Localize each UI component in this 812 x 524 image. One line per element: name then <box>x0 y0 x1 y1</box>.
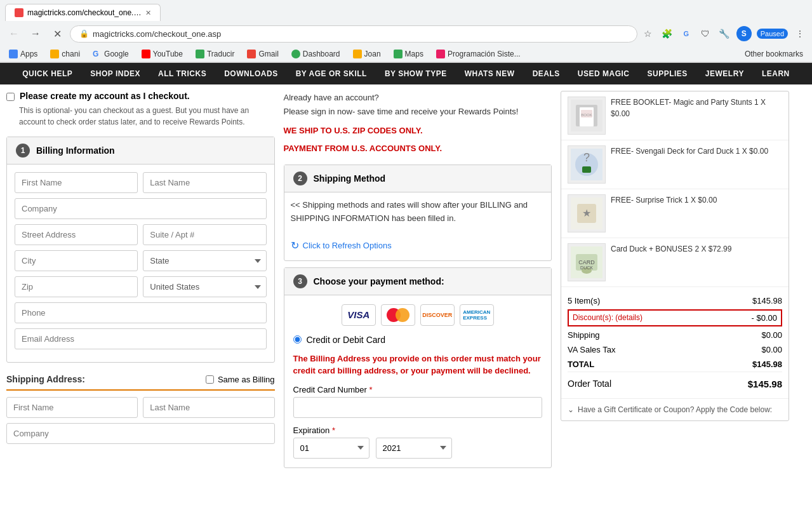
lock-icon: 🔒 <box>79 29 89 38</box>
state-select[interactable]: State ALAKAZCA COFLGANY TXVA <box>143 250 266 271</box>
email-input[interactable] <box>15 328 267 349</box>
nav-jewelry[interactable]: Jewelry <box>696 63 753 84</box>
billing-section-header: 1 Billing Information <box>7 137 274 165</box>
item1-image: BOOK <box>571 100 602 131</box>
last-name-input[interactable] <box>143 172 266 193</box>
active-tab[interactable]: magictricks.com/checkout_one.asp ✕ <box>5 4 161 21</box>
order-item-img-2: ? <box>568 145 606 184</box>
nav-by-age[interactable]: By Age or Skill <box>287 63 376 84</box>
left-column: Please create my account as I checkout. … <box>6 91 275 474</box>
suite-input[interactable] <box>143 224 266 245</box>
create-account-row: Please create my account as I checkout. <box>6 91 275 101</box>
order-item-text-3: FREE- Surprise Trick 1 X $0.00 <box>611 194 717 206</box>
street-address-input[interactable] <box>15 224 138 245</box>
bookmark-maps[interactable]: Maps <box>391 48 426 60</box>
bookmark-joan[interactable]: Joan <box>350 48 383 60</box>
gift-toggle-btn[interactable]: ⌄ Have a Gift Certificate or Coupon? App… <box>568 405 782 414</box>
shipping-address-title: Shipping Address: <box>6 374 85 384</box>
ext2-icon[interactable]: 🛡 <box>698 27 712 41</box>
site-nav: Quick Help Shop Index All Tricks Downloa… <box>0 63 812 84</box>
mastercard-logo <box>381 304 415 326</box>
extensions-icon[interactable]: 🧩 <box>660 27 674 41</box>
signin-line2: Please sign in now- save time and receiv… <box>284 105 552 119</box>
forward-button[interactable]: → <box>27 25 44 43</box>
bookmark-translate[interactable]: Traducir <box>193 48 237 60</box>
nav-quick-help[interactable]: Quick Help <box>13 63 81 84</box>
nav-shop-index[interactable]: Shop Index <box>81 63 149 84</box>
bookmark-programacion[interactable]: Programación Siste... <box>434 48 523 60</box>
shipping-first-name-input[interactable] <box>6 397 138 418</box>
shipping-company-input[interactable] <box>6 423 275 444</box>
address-bar[interactable]: 🔒 magictricks.com/checkout_one.asp <box>70 25 637 43</box>
nav-downloads[interactable]: Downloads <box>215 63 287 84</box>
payment-body: VISA DISCOVER AMERICANEXPRESS <box>284 295 552 467</box>
bookmarks-bar: Apps chani G Google YouTube Traducir Gma… <box>0 46 812 62</box>
shipping-method-section: 2 Shipping Method << Shipping methods an… <box>284 165 552 261</box>
address-text: magictricks.com/checkout_one.asp <box>93 29 628 39</box>
reload-button[interactable]: ✕ <box>48 25 66 43</box>
same-as-billing-text: Same as Billing <box>218 375 275 384</box>
ext1-icon[interactable]: G <box>679 27 693 41</box>
nav-deals[interactable]: Deals <box>524 63 569 84</box>
same-as-billing-checkbox[interactable] <box>206 375 214 384</box>
mc-circles <box>387 308 409 322</box>
total-value: $145.98 <box>752 359 782 369</box>
star-icon[interactable]: ☆ <box>641 27 655 41</box>
nav-learn[interactable]: Learn <box>753 63 799 84</box>
nav-supplies[interactable]: Supplies <box>638 63 696 84</box>
ext3-icon[interactable]: 🔧 <box>717 27 731 41</box>
expiry-year-select[interactable]: 20212022202320242025 <box>376 438 452 459</box>
order-item-3: ★ FREE- Surprise Trick 1 X $0.00 <box>561 189 789 238</box>
nav-whats-new[interactable]: Whats New <box>456 63 524 84</box>
price-row-discount: Discount(s): (details) - $0.00 <box>568 309 782 326</box>
city-input[interactable] <box>15 250 138 271</box>
tab-close-btn[interactable]: ✕ <box>145 9 151 17</box>
nav-all-tricks[interactable]: All Tricks <box>149 63 215 84</box>
programacion-favicon <box>436 50 445 58</box>
refresh-options-btn[interactable]: ↻ Click to Refresh Options <box>284 239 552 252</box>
payment-title: Choose your payment method: <box>314 276 444 286</box>
back-button[interactable]: ← <box>5 25 23 43</box>
create-account-checkbox[interactable] <box>6 93 15 101</box>
first-name-input[interactable] <box>15 172 138 193</box>
menu-icon[interactable]: ⋮ <box>793 27 807 41</box>
bookmark-other[interactable]: Other bookmarks <box>742 48 806 60</box>
bookmark-dashboard[interactable]: Dashboard <box>289 48 343 60</box>
svg-text:CARD: CARD <box>578 259 595 265</box>
us-only-1: WE SHIP TO U.S. ZIP CODES ONLY. <box>284 124 552 138</box>
cc-number-input[interactable] <box>293 397 543 418</box>
bookmark-chani[interactable]: chani <box>48 48 83 60</box>
create-account-section: Please create my account as I checkout. … <box>6 91 275 128</box>
credit-card-radio[interactable] <box>293 335 302 344</box>
country-select[interactable]: United States <box>143 276 266 297</box>
visa-logo: VISA <box>342 304 376 326</box>
expiry-month-select[interactable]: 01020304 05060708 09101112 <box>293 438 369 459</box>
signin-line1: Already have an account? <box>284 91 552 105</box>
profile-button[interactable]: S <box>736 26 752 41</box>
order-total-label: Order Total <box>568 379 611 389</box>
zip-input[interactable] <box>15 276 138 297</box>
shipping-label: Shipping <box>568 330 600 340</box>
discount-value: - $0.00 <box>752 313 777 323</box>
zip-country-row: United States <box>15 276 267 297</box>
order-item-img-4: CARD DUCK <box>568 243 606 281</box>
visa-text: VISA <box>347 309 369 320</box>
bookmark-apps[interactable]: Apps <box>6 48 40 60</box>
tab-bar: magictricks.com/checkout_one.asp ✕ <box>0 0 812 21</box>
gift-label: Have a Gift Certificate or Coupon? Apply… <box>578 405 772 414</box>
shipping-method-header: 2 Shipping Method <box>284 165 552 192</box>
nav-by-show[interactable]: By Show Type <box>376 63 456 84</box>
maps-favicon <box>394 50 403 58</box>
bookmark-google[interactable]: G Google <box>90 48 131 60</box>
bookmark-youtube[interactable]: YouTube <box>139 48 185 60</box>
price-row-shipping: Shipping $0.00 <box>568 328 782 342</box>
apps-favicon <box>9 50 18 58</box>
shipping-last-name-input[interactable] <box>143 397 274 418</box>
bookmark-gmail[interactable]: Gmail <box>244 48 281 60</box>
chani-favicon <box>50 50 59 58</box>
company-input[interactable] <box>15 198 267 219</box>
price-row-items: 5 Item(s) $145.98 <box>568 293 782 308</box>
phone-input[interactable] <box>15 302 267 323</box>
bookmark-dashboard-label: Dashboard <box>303 50 340 58</box>
nav-used-magic[interactable]: Used Magic <box>569 63 639 84</box>
